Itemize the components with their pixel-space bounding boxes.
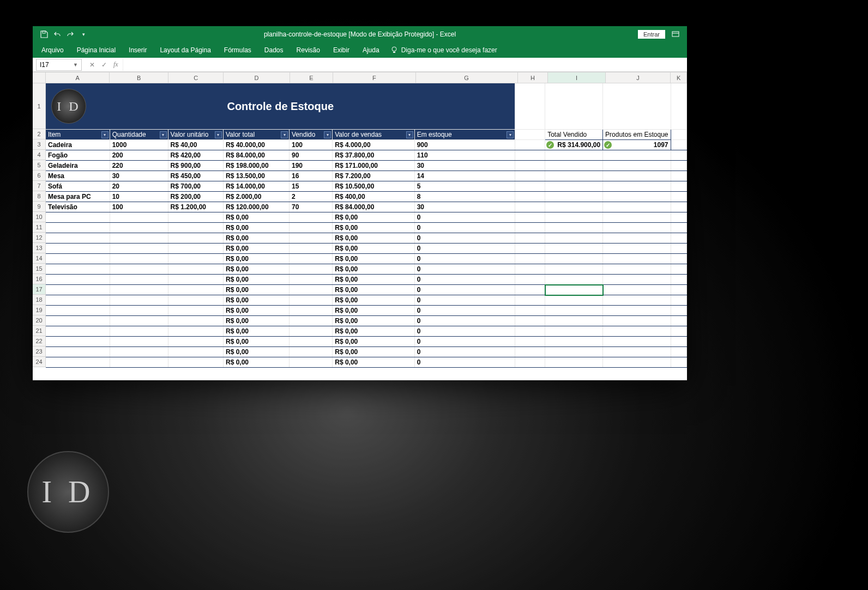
cell[interactable]: 0 bbox=[414, 212, 515, 223]
tab-pagina-inicial[interactable]: Página Inicial bbox=[70, 43, 122, 57]
tab-dados[interactable]: Dados bbox=[258, 43, 290, 57]
cell[interactable]: R$ 0,00 bbox=[333, 285, 414, 295]
cell[interactable]: R$ 0,00 bbox=[333, 295, 414, 306]
row-header-9[interactable]: 9 bbox=[33, 202, 46, 212]
cell[interactable] bbox=[603, 316, 671, 326]
cell[interactable] bbox=[545, 275, 603, 285]
table-header[interactable]: Valor unitário bbox=[168, 130, 223, 140]
cell[interactable] bbox=[290, 316, 333, 326]
cell[interactable] bbox=[671, 275, 687, 285]
cell[interactable] bbox=[671, 181, 687, 192]
spreadsheet-grid[interactable]: I DControle de EstoqueItemQuantidadeValo… bbox=[46, 83, 687, 368]
cell[interactable] bbox=[168, 223, 223, 233]
cell[interactable]: 20 bbox=[110, 181, 168, 192]
cell[interactable]: R$ 120.000,00 bbox=[223, 202, 289, 212]
summary-value-total[interactable]: R$ 314.900,00 bbox=[545, 140, 603, 150]
cell[interactable]: R$ 0,00 bbox=[223, 285, 289, 295]
cell[interactable]: R$ 2.000,00 bbox=[223, 192, 289, 202]
cell[interactable]: 0 bbox=[414, 326, 515, 337]
column-header-F[interactable]: F bbox=[333, 72, 415, 83]
cell[interactable]: 0 bbox=[414, 264, 515, 275]
cell[interactable]: R$ 0,00 bbox=[223, 244, 289, 254]
cell[interactable] bbox=[46, 347, 110, 357]
cell[interactable] bbox=[671, 316, 687, 326]
cell[interactable] bbox=[110, 326, 168, 337]
cell[interactable] bbox=[168, 275, 223, 285]
cell[interactable]: R$ 0,00 bbox=[223, 264, 289, 275]
cell[interactable]: R$ 0,00 bbox=[333, 223, 414, 233]
cell[interactable] bbox=[671, 233, 687, 244]
cell[interactable] bbox=[290, 223, 333, 233]
cell[interactable] bbox=[168, 233, 223, 244]
filter-dropdown-icon[interactable] bbox=[507, 131, 514, 138]
cell[interactable]: 0 bbox=[414, 306, 515, 316]
cell[interactable] bbox=[603, 337, 671, 347]
cell[interactable]: R$ 40.000,00 bbox=[223, 140, 289, 150]
filter-dropdown-icon[interactable] bbox=[281, 131, 288, 138]
cell[interactable]: 100 bbox=[290, 140, 333, 150]
cell[interactable] bbox=[603, 212, 671, 223]
cell[interactable] bbox=[603, 347, 671, 357]
cell[interactable] bbox=[290, 295, 333, 306]
cell[interactable]: R$ 0,00 bbox=[223, 212, 289, 223]
cell[interactable] bbox=[545, 306, 603, 316]
row-header-7[interactable]: 7 bbox=[33, 181, 46, 191]
cell[interactable] bbox=[46, 254, 110, 264]
cell[interactable]: R$ 10.500,00 bbox=[333, 181, 414, 192]
row-header-3[interactable]: 3 bbox=[33, 139, 46, 150]
cell[interactable] bbox=[46, 275, 110, 285]
cell[interactable]: R$ 0,00 bbox=[333, 306, 414, 316]
cell[interactable] bbox=[168, 316, 223, 326]
signin-button[interactable]: Entrar bbox=[638, 30, 665, 39]
cell[interactable]: R$ 420,00 bbox=[168, 150, 223, 161]
cell[interactable] bbox=[545, 233, 603, 244]
cancel-formula-icon[interactable]: ✕ bbox=[89, 61, 95, 69]
column-header-C[interactable]: C bbox=[168, 72, 224, 83]
cell[interactable]: R$ 450,00 bbox=[168, 171, 223, 181]
cell[interactable] bbox=[515, 202, 545, 212]
cell[interactable]: 200 bbox=[110, 150, 168, 161]
cell[interactable]: R$ 900,00 bbox=[168, 161, 223, 171]
cell[interactable] bbox=[671, 192, 687, 202]
cell[interactable] bbox=[290, 254, 333, 264]
cell[interactable]: R$ 0,00 bbox=[223, 347, 289, 357]
cell[interactable]: R$ 14.000,00 bbox=[223, 181, 289, 192]
cell[interactable] bbox=[545, 150, 603, 161]
cell[interactable] bbox=[603, 295, 671, 306]
tab-arquivo[interactable]: Arquivo bbox=[35, 43, 70, 57]
cell[interactable] bbox=[671, 212, 687, 223]
cell[interactable] bbox=[46, 306, 110, 316]
cell[interactable] bbox=[110, 254, 168, 264]
table-header[interactable]: Valor total bbox=[223, 130, 289, 140]
cell[interactable] bbox=[290, 233, 333, 244]
cell[interactable] bbox=[168, 285, 223, 295]
cell[interactable]: R$ 0,00 bbox=[333, 233, 414, 244]
row-header-10[interactable]: 10 bbox=[33, 212, 46, 222]
cell[interactable]: Cadeira bbox=[46, 140, 110, 150]
cell[interactable]: R$ 0,00 bbox=[333, 347, 414, 357]
cell[interactable] bbox=[545, 161, 603, 171]
row-header-14[interactable]: 14 bbox=[33, 253, 46, 264]
cell[interactable]: Mesa para PC bbox=[46, 192, 110, 202]
cell[interactable] bbox=[515, 306, 545, 316]
cell[interactable] bbox=[603, 150, 671, 161]
cell[interactable]: R$ 400,00 bbox=[333, 192, 414, 202]
cell[interactable] bbox=[290, 357, 333, 368]
cell[interactable] bbox=[671, 306, 687, 316]
cell[interactable]: 30 bbox=[414, 202, 515, 212]
cell[interactable] bbox=[168, 295, 223, 306]
cell[interactable] bbox=[671, 150, 687, 161]
cell[interactable]: Televisão bbox=[46, 202, 110, 212]
cell[interactable] bbox=[545, 357, 603, 368]
cell[interactable] bbox=[110, 347, 168, 357]
cell[interactable] bbox=[46, 357, 110, 368]
cell[interactable] bbox=[603, 275, 671, 285]
cell[interactable] bbox=[671, 244, 687, 254]
cell[interactable]: R$ 198.000,00 bbox=[223, 161, 289, 171]
cell[interactable] bbox=[545, 202, 603, 212]
cell[interactable] bbox=[110, 316, 168, 326]
cell[interactable] bbox=[110, 264, 168, 275]
cell[interactable] bbox=[168, 306, 223, 316]
qat-customize-icon[interactable]: ▾ bbox=[77, 28, 89, 40]
column-header-E[interactable]: E bbox=[290, 72, 334, 83]
